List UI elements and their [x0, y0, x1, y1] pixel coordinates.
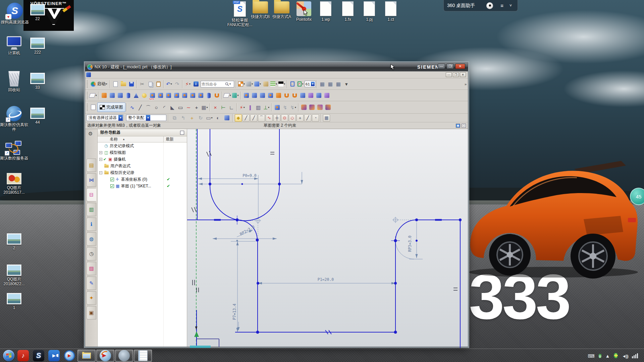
menu-assembly[interactable] — [120, 74, 125, 75]
sketch-button[interactable]: ▾ — [89, 91, 97, 100]
taskbar-netease-music[interactable]: ♪ — [16, 350, 31, 362]
status-display-icon[interactable]: ▣ — [456, 124, 460, 128]
profile-button[interactable]: ∿▾ — [128, 103, 136, 112]
desktop-icon-image-222[interactable]: 222 — [23, 38, 52, 55]
expand-icon[interactable]: − — [99, 171, 102, 174]
tab-assembly-navigator[interactable]: ▤ — [87, 159, 96, 172]
tab-reuse-library[interactable]: ▥ — [87, 203, 96, 216]
constraint-panel-button[interactable]: ▥▾ — [254, 103, 262, 112]
volume-icon[interactable]: ◄))) — [622, 353, 628, 359]
sketch-properties-button[interactable]: ▾ — [324, 103, 332, 112]
desktop-widget-360[interactable]: 360 桌面助手 ≡ ˅ — [443, 0, 518, 11]
window-in-button[interactable]: ▾ — [288, 80, 297, 88]
reattach-sketch-button[interactable]: ▾ — [316, 103, 324, 112]
close-button[interactable]: ✕ — [455, 64, 465, 69]
nav-history-mode[interactable]: ✔ ◷ 历史记录模式 — [98, 142, 187, 149]
nav-model-history[interactable]: − ✔ 模型历史记录 — [98, 169, 187, 176]
command-info-button[interactable]: ▾ — [192, 80, 200, 88]
snap-point-on-curve-button[interactable]: ＋ — [297, 114, 304, 122]
pad-button[interactable]: ▾ — [172, 91, 180, 100]
selection-filter-dropdown[interactable]: 没有选择过滤器▼ — [87, 115, 123, 121]
expand-icon[interactable]: + — [99, 158, 102, 161]
nav-cameras[interactable]: + ✔ ✔ ▣ 摄像机 — [98, 156, 187, 163]
command-search-box[interactable]: ▾ — [201, 81, 234, 87]
tab-web-browser[interactable]: ◍ — [87, 232, 96, 246]
quick-trim-button[interactable]: ×▾ — [211, 103, 219, 112]
view-scale-spinner[interactable]: 61 ▼ — [305, 81, 316, 87]
hole-button[interactable]: NX5▾ — [148, 91, 156, 100]
window-layout-button[interactable]: ▾ — [237, 80, 246, 88]
copy-button[interactable]: ▾ — [146, 80, 154, 88]
rectangle-button[interactable]: ▭▾ — [176, 103, 184, 112]
tab-constraint-navigator[interactable]: ⋈ — [87, 173, 96, 187]
solid-pref-button[interactable]: ▾ — [223, 114, 231, 122]
more-commands-button[interactable]: ▾▾ — [342, 80, 351, 88]
wireframe-view-button[interactable]: ▾ — [262, 80, 270, 88]
menu-insert[interactable] — [106, 74, 111, 75]
grid-button[interactable]: ▦ — [323, 114, 330, 122]
menu-edit[interactable] — [97, 74, 102, 75]
graphics-window[interactable]: P0=9.0 RP2=3.0 P7=13.4 P1=20.0 RP3=3.0 — [187, 129, 468, 347]
chamfer-button[interactable]: ◣▾ — [168, 103, 176, 112]
status-window-icon[interactable]: ▢ — [462, 124, 466, 128]
taskbar-sogou-browser[interactable]: S — [31, 350, 46, 362]
menu-gc-toolbox[interactable] — [144, 74, 149, 75]
studio-spline-button[interactable]: ∼▾ — [184, 103, 193, 112]
unite-button[interactable]: ▾ — [290, 91, 299, 100]
trim-body-button[interactable]: ▾ — [315, 91, 323, 100]
desktop-icon-image-1[interactable]: 1 — [0, 293, 28, 310]
make-corner-button[interactable]: ∟▾ — [227, 103, 235, 112]
point-sketch-button[interactable]: +▾ — [193, 103, 201, 112]
menu-help[interactable] — [149, 74, 153, 75]
command-finder-button[interactable]: ⚡▾ — [184, 80, 192, 88]
menu-info[interactable] — [125, 74, 130, 75]
taskbar-media-player[interactable]: ▶ — [62, 350, 77, 362]
quick-extend-button[interactable]: ⊢▾ — [219, 103, 227, 112]
sketch-update-button-2[interactable]: ↯▾ — [289, 103, 297, 112]
tab-visualization[interactable]: ✎ — [87, 277, 96, 290]
maximize-button[interactable]: ❐ — [446, 64, 454, 69]
offset-curve-button[interactable]: ▦▾ — [201, 103, 209, 112]
pattern-feature-button[interactable]: ▾ — [274, 91, 282, 100]
input-method-icon[interactable]: ⌨ — [588, 353, 594, 359]
tab-materials[interactable]: ▨ — [87, 262, 96, 275]
window-switch-button[interactable]: ▾ — [297, 80, 305, 88]
undo-button[interactable]: ↶▾ — [165, 80, 173, 88]
desktop-icon-qq-image-0622[interactable]: QQ图片20180622... — [0, 264, 28, 286]
minimize-button[interactable]: — — [438, 64, 445, 69]
start-button[interactable] — [0, 350, 15, 362]
search-input[interactable] — [202, 82, 225, 86]
extrude-button[interactable]: ▾ — [100, 91, 108, 100]
tab-roles[interactable]: ✦ — [87, 291, 96, 305]
offset-region-button[interactable]: ▾ — [258, 91, 266, 100]
taskbar-photo-viewer[interactable] — [115, 350, 133, 362]
menu-window[interactable] — [139, 74, 144, 75]
arc-button[interactable]: ⌒▾ — [144, 103, 152, 112]
nav-user-expressions[interactable]: ✔ 用户表达式 — [98, 163, 187, 169]
column-latest[interactable]: 最新 — [166, 136, 174, 142]
select-chain-button[interactable]: ⧉▾ — [170, 114, 178, 122]
snap-quadrant-button[interactable]: ⊙ — [281, 114, 288, 122]
datum-plane-button[interactable]: ▾ — [223, 91, 231, 100]
menu-tools[interactable] — [116, 74, 120, 75]
paste-button[interactable]: ▾ — [154, 80, 162, 88]
subtract-button[interactable]: ▾ — [299, 91, 307, 100]
snap-existing-point-button[interactable]: ◇ — [289, 114, 296, 122]
menu-analysis[interactable] — [130, 74, 135, 75]
sketch-update-button-1[interactable]: ↯▾ — [281, 103, 289, 112]
menu-preferences[interactable] — [135, 74, 139, 75]
line-button[interactable]: ╱▾ — [136, 103, 144, 112]
title-bar[interactable]: NX 10 - 建模 - [_model1.prt （修改的）] SIEMENS… — [85, 63, 468, 71]
revolve-button[interactable]: ▾ — [108, 91, 116, 100]
snap-point-on-surface-button[interactable]: ╱ — [304, 114, 311, 122]
orient-view-to-model-button[interactable]: ▾ — [308, 103, 316, 112]
save-button[interactable]: ▾ — [127, 80, 136, 88]
pocket-button[interactable]: ▾ — [164, 91, 172, 100]
desktop-icon-image-22[interactable]: 22 — [23, 4, 52, 21]
table-view-button-1[interactable]: ▦▾ — [318, 80, 326, 88]
widget-collapse-icon[interactable]: ˅ — [509, 3, 512, 8]
point-button[interactable]: ▾ — [231, 91, 239, 100]
nav-model-views[interactable]: + ✔ ◫ 模型视图 — [98, 149, 187, 156]
toolbar-overflow-chevron[interactable]: » — [465, 82, 467, 86]
rib-button[interactable]: ▾ — [197, 91, 205, 100]
